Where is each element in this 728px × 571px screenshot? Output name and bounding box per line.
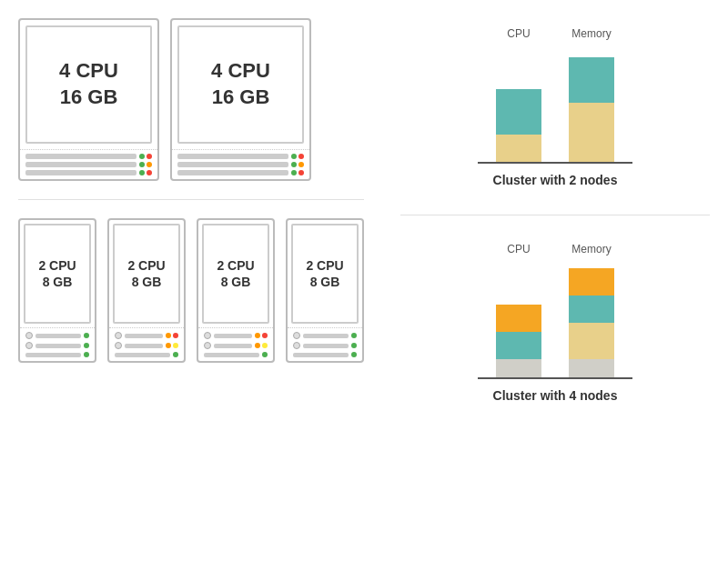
- dot-b2y: [173, 343, 178, 348]
- dot-green-1c: [139, 170, 145, 175]
- status-dots-1b: [139, 162, 152, 167]
- node-top-d: 2 CPU 8 GB: [291, 224, 359, 324]
- disk-row-c1: [204, 332, 268, 339]
- status-dots-a2: [84, 343, 89, 348]
- server-node-b: 2 CPU 8 GB: [107, 218, 186, 363]
- dot-green-1a: [139, 154, 145, 159]
- disk-icon-c1: [204, 332, 211, 339]
- node-bottom-1: [20, 149, 157, 179]
- disk-row-a1: [25, 332, 89, 339]
- dot-green-2c: [291, 170, 297, 175]
- cpu-seg-gray-2: [496, 359, 541, 377]
- cpu-seg-teal-2: [496, 332, 541, 359]
- disk-icon-d1: [293, 332, 300, 339]
- disk-row-b1: [115, 332, 178, 339]
- dot-green-2b: [291, 162, 297, 167]
- cpu-seg-sand-1: [496, 135, 541, 162]
- bars-row-2: [478, 261, 632, 379]
- status-dots-1c: [139, 170, 152, 175]
- dot-d1: [351, 333, 357, 338]
- node-label-2: 4 CPU 16 GB: [211, 58, 270, 110]
- node-label-b: 2 CPU 8 GB: [127, 257, 165, 290]
- cluster-label-1: Cluster with 2 nodes: [493, 173, 618, 187]
- status-dots-1a: [139, 154, 152, 159]
- disk-bar-c3: [204, 353, 259, 357]
- dot-b2: [166, 343, 171, 348]
- section-divider: [18, 199, 364, 200]
- disk-bar-b3: [115, 353, 170, 357]
- col-labels-1: CPU Memory: [478, 27, 632, 40]
- dot-c2y: [262, 343, 268, 348]
- disk-row-a2: [25, 342, 89, 349]
- node-top-b: 2 CPU 8 GB: [113, 224, 180, 324]
- dot-green-2a: [291, 154, 297, 159]
- status-dots-d3: [351, 352, 357, 357]
- disk-row-2a: [177, 154, 304, 159]
- cpu-col-label-1: CPU: [496, 27, 541, 40]
- chart-section-2nodes: CPU Memory Cluster with 2 nodes: [400, 18, 710, 196]
- disk-row-b2: [115, 342, 178, 349]
- disk-row-d3: [293, 352, 357, 357]
- dot-red-1a: [147, 154, 152, 159]
- mem-seg-orange-2: [569, 268, 614, 296]
- disk-row-2b: [177, 162, 304, 167]
- node-cpu-2: 4 CPU: [211, 58, 270, 85]
- disk-bar-d3: [293, 353, 349, 357]
- disk-icon-c2: [204, 342, 211, 349]
- dot-a2: [84, 343, 89, 348]
- status-dots-b1: [166, 333, 178, 338]
- disk-bar-c2: [214, 344, 252, 348]
- cpu-col-label-2: CPU: [496, 243, 541, 255]
- disk-bar-d2: [303, 344, 349, 348]
- disk-bar-a2: [35, 344, 81, 348]
- status-dots-c2: [255, 343, 268, 348]
- disk-row-c2: [204, 342, 268, 349]
- node-bottom-d: [288, 327, 362, 361]
- node-cpu-d: 2 CPU: [306, 257, 343, 274]
- disk-row-2c: [177, 170, 304, 175]
- disk-icon-b1: [115, 332, 122, 339]
- status-dots-2c: [291, 170, 304, 175]
- cpu-seg-teal-1: [496, 89, 541, 135]
- disk-row-a3: [25, 352, 89, 357]
- cpu-seg-orange-2: [496, 305, 541, 332]
- node-top-c: 2 CPU 8 GB: [202, 224, 269, 324]
- node-mem-a: 8 GB: [38, 274, 76, 290]
- dot-a1: [84, 333, 89, 338]
- cpu-bar-1: [496, 89, 541, 162]
- dot-red-2a: [298, 154, 304, 159]
- disk-bar-2a: [177, 154, 288, 159]
- status-dots-c1: [255, 333, 268, 338]
- disk-bar-2c: [177, 170, 288, 175]
- node-bottom-b: [109, 327, 184, 361]
- dot-d3: [351, 352, 357, 357]
- dot-c3: [262, 352, 268, 357]
- node-bottom-c: [198, 327, 273, 361]
- server-node-1: 4 CPU 16 GB: [18, 18, 159, 181]
- chart-wrapper-1: CPU Memory: [478, 27, 632, 164]
- mem-seg-teal-2: [569, 296, 614, 323]
- chart-section-4nodes: CPU Memory Cluster with 4 nodes: [400, 234, 710, 412]
- dot-b3: [173, 352, 178, 357]
- disk-row-b3: [115, 352, 178, 357]
- status-dots-2b: [291, 162, 304, 167]
- dot-a3: [84, 352, 89, 357]
- disk-row-d2: [293, 342, 357, 349]
- disk-icon-b2: [115, 342, 122, 349]
- server-node-c: 2 CPU 8 GB: [197, 218, 275, 363]
- node-mem-d: 8 GB: [306, 274, 343, 290]
- node-label-1: 4 CPU 16 GB: [59, 58, 118, 110]
- disk-row-1a: [25, 154, 152, 159]
- dot-red-2c: [298, 170, 304, 175]
- disk-bar-1c: [25, 170, 136, 175]
- dot-green-1b: [139, 162, 145, 167]
- disk-bar-1a: [25, 154, 136, 159]
- disk-bar-b1: [125, 334, 163, 338]
- status-dots-c3: [262, 352, 268, 357]
- node-mem-b: 8 GB: [127, 274, 165, 290]
- mem-seg-gray-2: [569, 359, 614, 377]
- cluster-2-nodes-row: 4 CPU 16 GB: [18, 18, 364, 181]
- status-dots-a1: [84, 333, 89, 338]
- mem-bar-1: [569, 57, 614, 162]
- status-dots-a3: [84, 352, 89, 357]
